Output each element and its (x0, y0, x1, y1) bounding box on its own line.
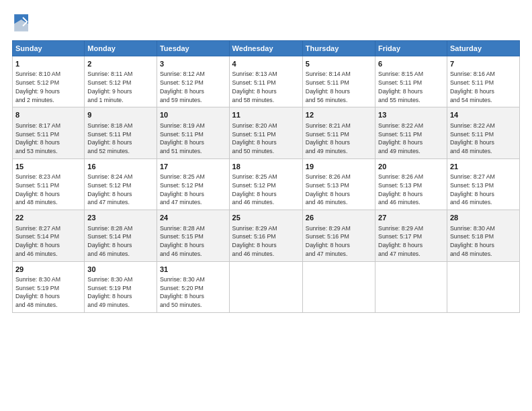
day-info: Sunrise: 8:23 AM Sunset: 5:11 PM Dayligh… (15, 173, 81, 207)
calendar-cell: 6Sunrise: 8:15 AM Sunset: 5:11 PM Daylig… (375, 56, 447, 107)
day-info: Sunrise: 8:10 AM Sunset: 5:12 PM Dayligh… (15, 70, 81, 104)
calendar: SundayMondayTuesdayWednesdayThursdayFrid… (12, 40, 520, 313)
header (12, 12, 520, 34)
weekday-tuesday: Tuesday (157, 41, 229, 56)
calendar-cell: 17Sunrise: 8:25 AM Sunset: 5:12 PM Dayli… (157, 158, 229, 210)
day-info: Sunrise: 8:11 AM Sunset: 5:12 PM Dayligh… (87, 70, 154, 104)
calendar-cell: 26Sunrise: 8:29 AM Sunset: 5:16 PM Dayli… (302, 210, 375, 261)
day-number: 24 (160, 213, 226, 223)
logo (12, 12, 36, 34)
day-number: 7 (450, 59, 517, 69)
day-number: 13 (378, 110, 444, 120)
day-info: Sunrise: 8:30 AM Sunset: 5:18 PM Dayligh… (450, 224, 517, 259)
day-number: 31 (160, 265, 226, 275)
calendar-cell: 22Sunrise: 8:27 AM Sunset: 5:14 PM Dayli… (13, 210, 85, 261)
calendar-cell (447, 261, 519, 312)
day-info: Sunrise: 8:13 AM Sunset: 5:11 PM Dayligh… (232, 70, 300, 104)
day-number: 5 (306, 59, 372, 69)
day-info: Sunrise: 8:29 AM Sunset: 5:17 PM Dayligh… (378, 224, 444, 259)
calendar-cell: 28Sunrise: 8:30 AM Sunset: 5:18 PM Dayli… (447, 210, 519, 261)
day-number: 23 (87, 213, 154, 223)
day-info: Sunrise: 8:24 AM Sunset: 5:12 PM Dayligh… (87, 173, 154, 207)
weekday-thursday: Thursday (302, 41, 375, 56)
calendar-cell: 23Sunrise: 8:28 AM Sunset: 5:14 PM Dayli… (85, 210, 157, 261)
calendar-cell: 19Sunrise: 8:26 AM Sunset: 5:13 PM Dayli… (302, 158, 375, 210)
calendar-cell: 4Sunrise: 8:13 AM Sunset: 5:11 PM Daylig… (229, 56, 302, 107)
day-info: Sunrise: 8:26 AM Sunset: 5:13 PM Dayligh… (378, 173, 444, 207)
weekday-row: SundayMondayTuesdayWednesdayThursdayFrid… (13, 41, 520, 56)
day-number: 21 (450, 162, 517, 172)
calendar-cell: 31Sunrise: 8:30 AM Sunset: 5:20 PM Dayli… (157, 261, 229, 312)
day-info: Sunrise: 8:21 AM Sunset: 5:11 PM Dayligh… (306, 122, 372, 156)
day-number: 15 (15, 162, 81, 172)
day-info: Sunrise: 8:15 AM Sunset: 5:11 PM Dayligh… (378, 70, 444, 104)
day-number: 12 (306, 110, 372, 120)
day-info: Sunrise: 8:14 AM Sunset: 5:11 PM Dayligh… (306, 70, 372, 104)
calendar-cell: 29Sunrise: 8:30 AM Sunset: 5:19 PM Dayli… (13, 261, 85, 312)
day-number: 25 (232, 213, 300, 223)
calendar-cell (375, 261, 447, 312)
day-info: Sunrise: 8:16 AM Sunset: 5:11 PM Dayligh… (450, 70, 517, 104)
day-info: Sunrise: 8:27 AM Sunset: 5:13 PM Dayligh… (450, 173, 517, 207)
day-info: Sunrise: 8:18 AM Sunset: 5:11 PM Dayligh… (87, 122, 154, 156)
day-info: Sunrise: 8:22 AM Sunset: 5:11 PM Dayligh… (450, 122, 517, 156)
day-number: 1 (15, 59, 81, 69)
day-info: Sunrise: 8:22 AM Sunset: 5:11 PM Dayligh… (378, 122, 444, 156)
logo-icon (12, 12, 34, 34)
day-number: 18 (232, 162, 300, 172)
day-number: 16 (87, 162, 154, 172)
day-info: Sunrise: 8:27 AM Sunset: 5:14 PM Dayligh… (15, 224, 81, 259)
calendar-cell: 18Sunrise: 8:25 AM Sunset: 5:12 PM Dayli… (229, 158, 302, 210)
calendar-cell: 5Sunrise: 8:14 AM Sunset: 5:11 PM Daylig… (302, 56, 375, 107)
weekday-saturday: Saturday (447, 41, 519, 56)
day-info: Sunrise: 8:29 AM Sunset: 5:16 PM Dayligh… (306, 224, 372, 259)
calendar-cell: 21Sunrise: 8:27 AM Sunset: 5:13 PM Dayli… (447, 158, 519, 210)
calendar-cell: 3Sunrise: 8:12 AM Sunset: 5:12 PM Daylig… (157, 56, 229, 107)
day-number: 3 (160, 59, 226, 69)
day-info: Sunrise: 8:25 AM Sunset: 5:12 PM Dayligh… (232, 173, 300, 207)
week-row-2: 8Sunrise: 8:17 AM Sunset: 5:11 PM Daylig… (13, 107, 520, 158)
weekday-wednesday: Wednesday (229, 41, 302, 56)
weekday-sunday: Sunday (13, 41, 85, 56)
day-number: 27 (378, 213, 444, 223)
day-number: 8 (15, 110, 81, 120)
day-number: 26 (306, 213, 372, 223)
calendar-cell: 16Sunrise: 8:24 AM Sunset: 5:12 PM Dayli… (85, 158, 157, 210)
calendar-cell: 10Sunrise: 8:19 AM Sunset: 5:11 PM Dayli… (157, 107, 229, 158)
week-row-4: 22Sunrise: 8:27 AM Sunset: 5:14 PM Dayli… (13, 210, 520, 261)
day-info: Sunrise: 8:26 AM Sunset: 5:13 PM Dayligh… (306, 173, 372, 207)
day-info: Sunrise: 8:29 AM Sunset: 5:16 PM Dayligh… (232, 224, 300, 259)
day-number: 19 (306, 162, 372, 172)
day-info: Sunrise: 8:28 AM Sunset: 5:14 PM Dayligh… (87, 224, 154, 259)
day-number: 20 (378, 162, 444, 172)
calendar-cell: 9Sunrise: 8:18 AM Sunset: 5:11 PM Daylig… (85, 107, 157, 158)
calendar-cell: 7Sunrise: 8:16 AM Sunset: 5:11 PM Daylig… (447, 56, 519, 107)
day-number: 2 (87, 59, 154, 69)
calendar-cell: 24Sunrise: 8:28 AM Sunset: 5:15 PM Dayli… (157, 210, 229, 261)
calendar-cell (302, 261, 375, 312)
calendar-cell: 15Sunrise: 8:23 AM Sunset: 5:11 PM Dayli… (13, 158, 85, 210)
day-info: Sunrise: 8:30 AM Sunset: 5:19 PM Dayligh… (87, 275, 154, 310)
week-row-1: 1Sunrise: 8:10 AM Sunset: 5:12 PM Daylig… (13, 56, 520, 107)
weekday-friday: Friday (375, 41, 447, 56)
day-info: Sunrise: 8:25 AM Sunset: 5:12 PM Dayligh… (160, 173, 226, 207)
calendar-cell: 20Sunrise: 8:26 AM Sunset: 5:13 PM Dayli… (375, 158, 447, 210)
day-info: Sunrise: 8:12 AM Sunset: 5:12 PM Dayligh… (160, 70, 226, 104)
day-number: 22 (15, 213, 81, 223)
week-row-5: 29Sunrise: 8:30 AM Sunset: 5:19 PM Dayli… (13, 261, 520, 312)
calendar-cell (229, 261, 302, 312)
page: SundayMondayTuesdayWednesdayThursdayFrid… (0, 0, 532, 411)
calendar-header: SundayMondayTuesdayWednesdayThursdayFrid… (13, 41, 520, 56)
day-number: 10 (160, 110, 226, 120)
day-number: 14 (450, 110, 517, 120)
day-info: Sunrise: 8:30 AM Sunset: 5:20 PM Dayligh… (160, 275, 226, 310)
calendar-cell: 30Sunrise: 8:30 AM Sunset: 5:19 PM Dayli… (85, 261, 157, 312)
calendar-body: 1Sunrise: 8:10 AM Sunset: 5:12 PM Daylig… (13, 56, 520, 313)
day-number: 28 (450, 213, 517, 223)
day-number: 6 (378, 59, 444, 69)
day-info: Sunrise: 8:19 AM Sunset: 5:11 PM Dayligh… (160, 122, 226, 156)
calendar-cell: 12Sunrise: 8:21 AM Sunset: 5:11 PM Dayli… (302, 107, 375, 158)
calendar-cell: 14Sunrise: 8:22 AM Sunset: 5:11 PM Dayli… (447, 107, 519, 158)
calendar-cell: 11Sunrise: 8:20 AM Sunset: 5:11 PM Dayli… (229, 107, 302, 158)
calendar-cell: 25Sunrise: 8:29 AM Sunset: 5:16 PM Dayli… (229, 210, 302, 261)
